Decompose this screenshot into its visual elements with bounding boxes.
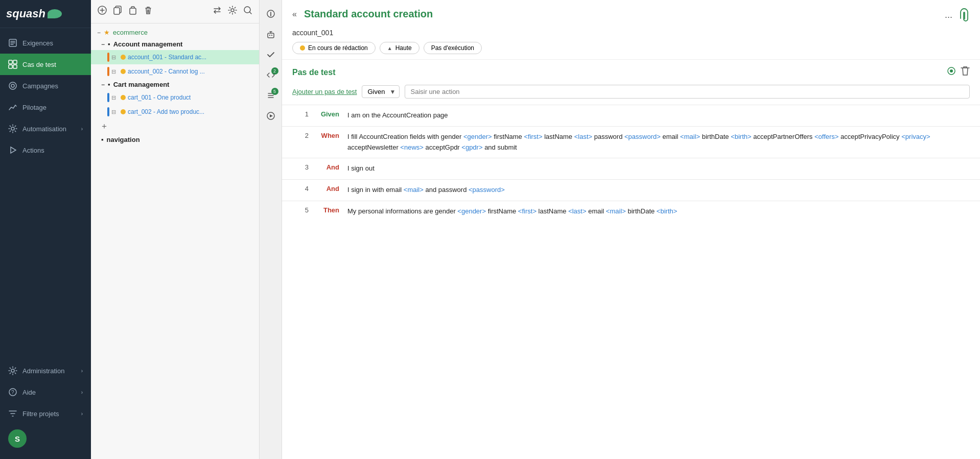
step-param: <gender> [463,133,492,140]
main-header-top: « Standard account creation ··· [292,8,970,26]
left-navigation: squash Exigences Cas de test Campagnes [0,0,91,459]
folder-navigation: ▪ navigation [91,134,259,146]
tree-plus-navigation[interactable]: ＋ [91,119,259,134]
cas-de-test-icon [8,60,17,69]
svg-point-9 [11,369,14,372]
table-row: 4AndI sign in with email <mail> and pass… [282,180,980,201]
view-steps-icon[interactable] [946,66,956,79]
folder-minus-account[interactable]: − [101,41,105,48]
main-header: « Standard account creation ··· account_… [282,0,980,60]
step-param: <offers> [814,133,838,140]
step-param: <mail> [680,133,700,140]
sidebar-item-actions-label: Actions [22,147,83,154]
add-step-link[interactable]: Ajouter [292,88,313,95]
status-badge[interactable]: En cours de rédaction [292,42,376,54]
table-row: 1GivenI am on the AccountCreation page [282,105,980,127]
collapse-panel-button[interactable]: « [292,10,297,19]
step-param: <gender> [457,207,486,215]
list-badge: 5 [271,88,278,95]
delete-icon[interactable] [143,5,153,18]
nav-bottom: Administration › ? Aide › Filtre projets… [0,360,91,459]
paste-icon[interactable] [128,5,138,18]
campagnes-icon [8,81,17,90]
step-keyword: Then [313,201,343,222]
sidebar-item-automatisation[interactable]: Automatisation › [0,118,91,139]
step-action-input[interactable] [405,85,970,99]
sidebar-item-aide[interactable]: ? Aide › [0,381,91,403]
logo-area: squash [0,0,91,28]
step-keyword: And [313,158,343,180]
step-param: <password> [624,133,661,140]
execution-badge[interactable]: Pas d'exécution [424,42,482,54]
root-label[interactable]: ecommerce [113,29,148,36]
logo-text: squash [6,7,45,20]
aide-arrow-icon: › [81,390,83,395]
settings-icon[interactable] [227,5,238,18]
folder-icon-navigation: ▪ [101,136,104,143]
step-text: I am on the AccountCreation page [343,105,980,127]
step-number: 2 [282,126,313,158]
tree-item-account-001[interactable]: ⊟ account_001 - Standard ac... [91,50,259,64]
svg-text:?: ? [11,390,14,395]
folder-label-navigation: navigation [107,136,140,143]
steps-actions [946,66,970,79]
header-left: « Standard account creation [292,8,433,20]
side-tab-play[interactable] [262,107,279,125]
sidebar-item-campagnes[interactable]: Campagnes [0,75,91,96]
svg-rect-3 [9,65,12,68]
item-bar-cart-002 [107,107,109,116]
step-type-select[interactable]: Given When Then And But [362,85,400,98]
collapse-minus[interactable]: − [97,29,101,36]
status-dot [300,45,305,51]
svg-rect-14 [114,8,120,14]
exchange-icon[interactable] [212,5,222,18]
tree-item-cart-002[interactable]: ⊟ cart_002 - Add two produc... [91,105,259,119]
sidebar-item-actions[interactable]: Actions [0,139,91,161]
sidebar-item-cas-de-test[interactable]: Cas de test [0,54,91,75]
side-tab-list[interactable]: 5 [262,87,279,104]
sidebar-item-pilotage[interactable]: Pilotage [0,96,91,118]
step-number: 1 [282,105,313,127]
step-param: <last> [568,207,586,215]
sidebar-item-exigences[interactable]: Exigences [0,32,91,54]
tree-item-account-002[interactable]: ⊟ account_002 - Cannot log ... [91,64,259,79]
folder-minus-cart[interactable]: − [101,81,105,88]
side-tab-robot[interactable] [262,26,279,43]
priority-badge[interactable]: ▲ Haute [380,42,419,54]
search-icon[interactable] [243,5,253,18]
svg-rect-19 [268,33,274,38]
more-options-button[interactable]: ··· [945,12,952,22]
step-param: <gpdr> [461,143,482,151]
svg-point-5 [9,82,16,89]
step-param: <mail> [404,186,424,194]
add-step-label: Ajouter un pas de test [292,88,357,95]
side-tab-check[interactable] [262,46,279,63]
side-tab-code[interactable]: 2 [262,66,279,84]
step-text: I fill AccountCreation fields with gende… [343,126,980,158]
folder-label-cart: Cart management [113,81,170,88]
steps-section: Pas de test Ajouter un pas de test Given… [282,60,980,459]
add-icon[interactable] [97,5,107,18]
expand-icon-account-002: ⊟ [111,68,119,75]
svg-rect-21 [271,35,272,36]
subtitle: account_001 [292,29,970,37]
add-step-suffix: un pas de test [313,88,357,95]
svg-point-25 [950,69,953,73]
nav-items: Exigences Cas de test Campagnes Pilotage… [0,28,91,360]
delete-steps-icon[interactable] [961,66,970,79]
sidebar-item-filtre-projets[interactable]: Filtre projets › [0,403,91,424]
sidebar-item-administration[interactable]: Administration › [0,360,91,381]
item-label-cart-002: cart_002 - Add two produc... [128,108,204,115]
item-label-account-001: account_001 - Standard ac... [128,54,206,61]
tree-toolbar [91,0,259,23]
sidebar-item-pilotage-label: Pilotage [22,104,83,111]
svg-rect-20 [269,35,270,36]
side-tab-info[interactable] [262,5,279,22]
attachment-icon[interactable] [959,8,970,26]
expand-icon-cart-002: ⊟ [111,109,119,115]
copy-icon[interactable] [112,5,123,18]
table-row: 3AndI sign out [282,158,980,180]
administration-arrow-icon: › [81,368,83,374]
tree-item-cart-001[interactable]: ⊟ cart_001 - One product [91,90,259,105]
user-avatar[interactable]: S [8,429,27,448]
